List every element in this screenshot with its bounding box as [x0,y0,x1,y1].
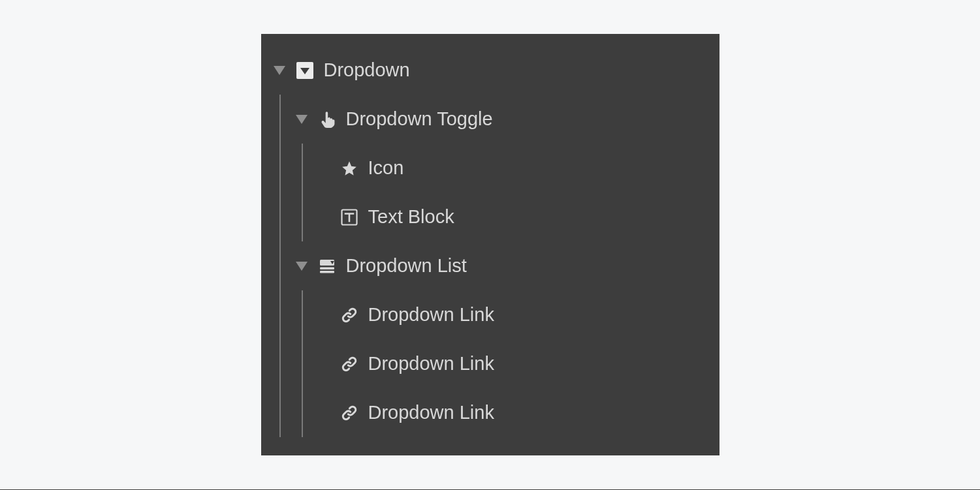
svg-rect-8 [320,267,334,269]
link-icon [340,403,359,423]
tree-item-label: Dropdown Link [368,305,494,324]
text-block-icon [340,207,359,227]
tree-item-dropdown-link[interactable]: Dropdown Link [317,290,708,339]
tree-item-dropdown-link[interactable]: Dropdown Link [317,388,708,437]
tree-item-label: Dropdown [324,61,410,80]
tree-item-dropdown-list[interactable]: Dropdown List [295,241,708,290]
link-icon [340,305,359,325]
list-panel-icon [317,256,337,276]
svg-rect-9 [320,271,334,273]
tree-item-text-block[interactable]: Text Block [317,192,708,241]
tree-item-label: Dropdown Link [368,403,494,422]
tree-item-dropdown-link[interactable]: Dropdown Link [317,339,708,388]
tree-item-label: Dropdown Link [368,354,494,373]
tree-item-label: Dropdown Toggle [346,110,493,129]
navigator-panel: Dropdown Dropdown Toggle [261,34,719,455]
tree-item-dropdown[interactable]: Dropdown [273,46,708,95]
svg-marker-5 [296,262,308,271]
tree-item-icon-element[interactable]: Icon [317,144,708,192]
tree-item-label: Dropdown List [346,256,467,275]
dropdown-element-icon [295,61,315,80]
tree-item-label: Icon [368,159,404,177]
disclosure-triangle-icon[interactable] [273,64,286,77]
tree-item-label: Text Block [368,207,454,226]
disclosure-triangle-icon[interactable] [295,113,308,126]
svg-marker-0 [274,66,285,75]
svg-marker-3 [296,115,308,124]
disclosure-triangle-icon[interactable] [295,260,308,273]
hand-pointer-icon [317,110,337,129]
tree-item-dropdown-toggle[interactable]: Dropdown Toggle [295,95,708,144]
star-icon [340,159,359,178]
link-icon [340,354,359,374]
